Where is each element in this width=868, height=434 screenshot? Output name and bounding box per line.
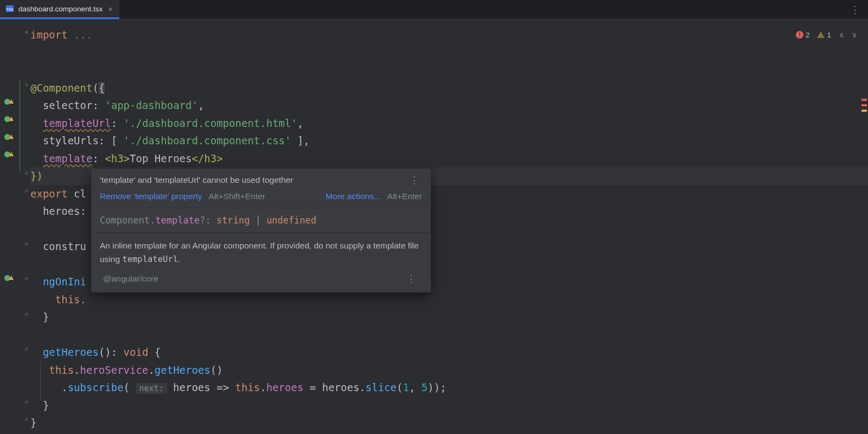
tabbar-kebab-icon[interactable]: ⋮ xyxy=(847,4,863,15)
more-actions-link[interactable]: More actions... xyxy=(326,192,381,201)
tab-filename: dashboard.component.tsx xyxy=(18,5,103,13)
tab-bar: TSX dashboard.component.tsx × ⋮ xyxy=(0,0,868,20)
code-line xyxy=(30,326,868,344)
popup-menu-icon[interactable]: ⋮ xyxy=(406,174,422,186)
shortcut-label: Alt+Enter xyxy=(387,192,422,201)
quickfix-remove-template[interactable]: Remove 'template' property xyxy=(100,192,202,201)
code-line: .subscribe( next: heroes => this.heroes … xyxy=(30,379,868,397)
fold-toggle-icon[interactable]: ⊟ xyxy=(24,276,29,281)
fold-toggle-icon[interactable]: ⊟ xyxy=(24,188,29,193)
popup-title: 'template' and 'templateUrl' cannot be u… xyxy=(100,175,293,185)
fold-close-icon[interactable]: ⊟ xyxy=(24,399,29,405)
close-tab-icon[interactable]: × xyxy=(107,4,114,14)
next-highlight-icon[interactable]: ∨ xyxy=(852,30,857,39)
tabbar-right: ⋮ xyxy=(847,0,868,19)
code-line xyxy=(30,44,868,62)
code-line: @Component({ xyxy=(30,79,868,97)
fold-toggle-icon[interactable]: ⊞ xyxy=(24,29,29,35)
inspection-popup: 'template' and 'templateUrl' cannot be u… xyxy=(91,169,431,292)
tsx-file-icon: TSX xyxy=(5,4,14,13)
fold-close-icon[interactable]: ⊟ xyxy=(24,241,29,246)
warning-count[interactable]: 1 xyxy=(817,31,831,39)
gutter: ⊞ ⊟ ⊟ ⊟ ⊟ ⊟ ⊟ ⊟ ⊟ ⊟ xyxy=(0,20,30,434)
fold-close-icon[interactable]: ⊟ xyxy=(24,311,29,317)
gutter-change-marker[interactable] xyxy=(3,272,14,283)
warning-icon xyxy=(817,31,825,38)
doc-source: @angular/core xyxy=(103,274,158,284)
gutter-change-marker[interactable] xyxy=(3,96,14,107)
fold-column: ⊞ ⊟ ⊟ ⊟ ⊟ ⊟ ⊟ ⊟ ⊟ ⊟ xyxy=(24,20,30,434)
warning-stripe-mark[interactable] xyxy=(861,110,867,112)
fold-toggle-icon[interactable]: ⊟ xyxy=(24,82,29,87)
code-line: template: <h3>Top Heroes</h3> xyxy=(30,150,868,168)
error-stripe-mark[interactable] xyxy=(861,99,867,101)
code-line: selector: 'app-dashboard', xyxy=(30,97,868,114)
code-line: } xyxy=(30,397,868,414)
code-line: import ... xyxy=(30,26,868,44)
doc-text: An inline template for an Angular compon… xyxy=(91,233,431,270)
type-signature: Component.template?: string | undefined xyxy=(91,208,431,233)
error-count[interactable]: !2 xyxy=(796,31,810,39)
code-line: } xyxy=(30,308,868,326)
fold-close-icon[interactable]: ⊟ xyxy=(24,170,29,176)
prev-highlight-icon[interactable]: ∧ xyxy=(839,30,844,39)
editor: ⊞ ⊟ ⊟ ⊟ ⊟ ⊟ ⊟ ⊟ ⊟ ⊟ import ... @Componen… xyxy=(0,20,868,434)
fold-toggle-icon[interactable]: ⊟ xyxy=(24,346,29,352)
code-line: this. xyxy=(30,291,868,309)
tab-active[interactable]: TSX dashboard.component.tsx × xyxy=(0,0,119,19)
error-stripe-mark[interactable] xyxy=(861,104,867,106)
shortcut-label: Alt+Shift+Enter xyxy=(209,192,265,201)
gutter-change-marker[interactable] xyxy=(3,149,14,159)
fold-close-icon[interactable]: ⊟ xyxy=(24,417,29,422)
error-stripe[interactable] xyxy=(861,99,867,115)
code-line: styleUrls: [ './dashboard.component.css'… xyxy=(30,132,868,150)
code-line xyxy=(30,61,868,79)
inspection-status: !2 1 ∧ ∨ xyxy=(796,30,857,39)
error-icon: ! xyxy=(796,31,803,39)
code-line: } xyxy=(30,414,868,432)
code-line: this.heroService.getHeroes() xyxy=(30,361,868,379)
gutter-change-marker[interactable] xyxy=(3,131,14,142)
gutter-change-marker[interactable] xyxy=(3,113,14,124)
code-line: templateUrl: './dashboard.component.html… xyxy=(30,114,868,132)
doc-menu-icon[interactable]: ⋮ xyxy=(403,273,419,285)
svg-text:TSX: TSX xyxy=(6,8,14,11)
code-line: getHeroes(): void { xyxy=(30,343,868,361)
